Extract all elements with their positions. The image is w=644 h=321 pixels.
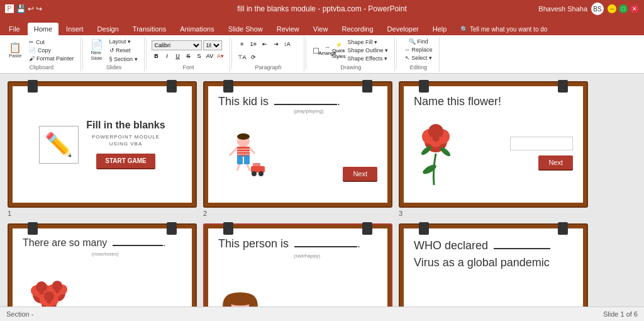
drawing-items: □ ↔Arrange ⚡QuickStyles Shape Fill ▾ Sha… <box>311 38 391 63</box>
answer-input[interactable] <box>510 137 573 150</box>
sep1 <box>82 39 83 69</box>
quick-styles-button[interactable]: ⚡QuickStyles <box>334 45 344 55</box>
slide-3-content: Name this flower! <box>404 86 583 203</box>
slide-6-content: WHO declared Virus as a global pandemic … <box>404 228 583 307</box>
slide-6-line1: WHO declared <box>414 237 573 254</box>
slide-2-frame[interactable]: This kid is . (play/playing) <box>203 81 392 208</box>
clip-6-top-right <box>558 222 568 235</box>
indent-more-button[interactable]: ⇥ <box>271 39 281 49</box>
slide-4-frame[interactable]: There are so many . (rose/roses) <box>8 223 197 307</box>
italic-button[interactable]: I <box>162 51 172 61</box>
format-painter-button[interactable]: 🖌 Format Painter <box>26 55 76 62</box>
slide-1-icon-box: ✏️ <box>39 126 79 164</box>
clip-6-top-left <box>419 222 429 235</box>
svg-line-10 <box>237 164 240 171</box>
slide-6-blank <box>494 248 550 249</box>
cut-button[interactable]: ✂ Cut <box>26 38 76 46</box>
redo-icon[interactable]: ↪ <box>36 4 42 13</box>
find-button[interactable]: 🔍 Find <box>406 38 431 45</box>
slide-4-body: Next <box>23 257 182 307</box>
slide-2-wrapper: This kid is . (play/playing) <box>203 81 392 217</box>
save-icon[interactable]: 💾 <box>16 4 26 13</box>
quick-access: 💾 ↩ ↪ <box>16 4 42 13</box>
slide-2-inner: This kid is . (play/playing) <box>208 86 387 203</box>
clip-2-top-left <box>223 80 233 93</box>
clip-4-top-left <box>28 222 38 235</box>
char-spacing-button[interactable]: AV <box>205 51 215 61</box>
tab-animations[interactable]: Animations <box>174 23 220 35</box>
svg-point-1 <box>237 133 250 140</box>
minimize-button[interactable]: ─ <box>608 4 616 13</box>
tab-file[interactable]: File <box>3 23 26 35</box>
slide-3-frame[interactable]: Name this flower! <box>399 81 588 208</box>
convert-smartart-button[interactable]: ⟳ <box>248 52 258 62</box>
section-button[interactable]: § Section ▾ <box>107 55 140 63</box>
maximize-button[interactable]: □ <box>619 4 628 13</box>
tab-view[interactable]: View <box>307 23 335 35</box>
font-color-button[interactable]: A▾ <box>216 51 226 61</box>
arrange-button[interactable]: ↔Arrange <box>323 45 333 55</box>
slide-5-frame[interactable]: This person is . (sad/happy) <box>203 223 392 307</box>
shadow-button[interactable]: S <box>194 51 204 61</box>
slide-3-body: Next <box>414 113 573 194</box>
clip-3-top-left <box>419 80 429 93</box>
replace-button[interactable]: ↔ Replace <box>402 46 435 54</box>
slide-5-wrapper: This person is . (sad/happy) <box>203 223 392 307</box>
tab-insert[interactable]: Insert <box>60 23 90 35</box>
text-direction-button[interactable]: ↕A <box>282 39 292 49</box>
slides-row-1: ✏️ Fill in the blanks POWERPOINT MODULEU… <box>8 81 636 217</box>
select-button[interactable]: ↖ Select ▾ <box>402 54 435 62</box>
tab-developer[interactable]: Developer <box>381 23 425 35</box>
font-row-1: Calibri 18 <box>152 40 226 50</box>
indent-less-button[interactable]: ⇤ <box>260 39 270 49</box>
layout-button[interactable]: Layout ▾ <box>107 38 140 45</box>
status-bar: Section - Slide 1 of 6 <box>0 307 644 320</box>
numbering-button[interactable]: 1≡ <box>248 39 258 49</box>
slide-3-question: Name this flower! <box>414 95 573 108</box>
strikethrough-button[interactable]: S <box>184 51 194 61</box>
underline-button[interactable]: U <box>173 51 183 61</box>
shape-effects-button[interactable]: Shape Effects ▾ <box>345 55 391 62</box>
tab-review[interactable]: Review <box>270 23 306 35</box>
clipboard-right: ✂ Cut 📄 Copy 🖌 Format Painter <box>26 38 76 62</box>
clip-4-top-right <box>167 222 177 235</box>
slide-6-frame[interactable]: WHO declared Virus as a global pandemic … <box>399 223 588 307</box>
tab-slideshow[interactable]: Slide Show <box>222 23 269 35</box>
slide-1-frame[interactable]: ✏️ Fill in the blanks POWERPOINT MODULEU… <box>8 81 197 208</box>
copy-button[interactable]: 📄 Copy <box>26 47 76 54</box>
undo-icon[interactable]: ↩ <box>28 4 34 13</box>
slide-6-inner: WHO declared Virus as a global pandemic … <box>404 228 583 307</box>
paste-button[interactable]: 📋 Paste <box>6 42 24 60</box>
happy-face-svg <box>218 290 262 307</box>
tab-recording[interactable]: Recording <box>335 23 379 35</box>
tab-search[interactable]: 🔍 Tell me what you want to do <box>454 23 553 35</box>
font-family-select[interactable]: Calibri <box>152 40 202 50</box>
slide-3-next-button[interactable]: Next <box>538 155 573 171</box>
slide-2-next-button[interactable]: Next <box>343 167 377 182</box>
tab-home[interactable]: Home <box>28 23 58 35</box>
reset-button[interactable]: ↺ Reset <box>107 47 140 54</box>
paragraph-items: ≡ 1≡ ⇤ ⇥ ↕A ⊤A ⟳ <box>237 38 300 63</box>
shape-outline-button[interactable]: Shape Outline ▾ <box>345 47 391 54</box>
rose-svg <box>414 119 458 188</box>
tab-design[interactable]: Design <box>91 23 125 35</box>
shape-controls: Shape Fill ▾ Shape Outline ▾ Shape Effec… <box>345 38 391 62</box>
group-slides: 📄 NewSlide Layout ▾ ↺ Reset § Section ▾ … <box>84 37 145 72</box>
close-button[interactable]: ✕ <box>630 4 639 13</box>
font-size-select[interactable]: 18 <box>203 40 222 50</box>
align-text-button[interactable]: ⊤A <box>237 52 247 62</box>
new-slide-button[interactable]: 📄 NewSlide <box>88 38 106 62</box>
group-editing: 🔍 Find ↔ Replace ↖ Select ▾ Editing <box>398 37 440 72</box>
app-icon: 🅿 <box>5 4 14 14</box>
slides-panel: ✏️ Fill in the blanks POWERPOINT MODULEU… <box>0 74 644 307</box>
tab-transitions[interactable]: Transitions <box>126 23 172 35</box>
svg-line-9 <box>250 148 255 154</box>
bullets-button[interactable]: ≡ <box>237 39 247 49</box>
svg-rect-7 <box>244 155 250 164</box>
slides-label: Slides <box>106 63 122 70</box>
user-name: Bhavesh Shaha <box>538 5 587 13</box>
tab-help[interactable]: Help <box>426 23 453 35</box>
bold-button[interactable]: B <box>152 51 162 61</box>
start-game-button[interactable]: START GAME <box>96 154 155 169</box>
shape-fill-button[interactable]: Shape Fill ▾ <box>345 38 391 46</box>
